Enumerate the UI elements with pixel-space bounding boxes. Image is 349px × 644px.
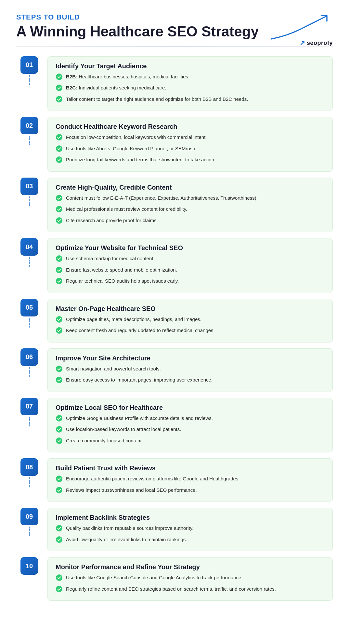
list-item: Regularly refine content and SEO strateg… [56,585,325,595]
step-bullets: B2B: Healthcare businesses, hospitals, m… [56,73,325,105]
list-item: Reviews impact trustworthiness and local… [56,487,325,496]
bullet-text: Reviews impact trustworthiness and local… [66,487,325,494]
list-item: Use tools like Google Search Console and… [56,574,325,584]
checkmark-icon [56,327,63,336]
list-item: Avoid low-quality or irrelevant links to… [56,536,325,545]
step-left: 09 [16,508,42,536]
list-item: Use tools like Ahrefs, Google Keyword Pl… [56,145,325,154]
checkmark-icon [56,437,63,447]
bullet-text: Optimize Google Business Profile with ac… [66,415,325,422]
list-item: Encourage authentic patient reviews on p… [56,475,325,485]
svg-point-11 [56,278,62,284]
checkmark-icon [56,217,63,226]
svg-point-23 [56,574,62,581]
step-bullets: Encourage authentic patient reviews on p… [56,475,325,496]
step-title: Master On-Page Healthcare SEO [56,305,325,313]
step-row: 09Implement Backlink Strategies Quality … [16,508,333,551]
list-item: Regular technical SEO audits help spot i… [56,277,325,287]
step-left: 07 [16,398,42,426]
checkmark-icon [56,376,63,386]
step-left: 05 [16,299,42,328]
page: STEPS TO BUILD A Winning Healthcare SEO … [0,0,349,644]
step-content: Implement Backlink Strategies Quality ba… [47,508,333,551]
checkmark-icon [56,145,63,154]
list-item: Ensure easy access to important pages, i… [56,376,325,386]
step-number: 07 [20,398,38,415]
svg-point-22 [56,536,62,543]
step-row: 01Identify Your Target Audience B2B: Hea… [16,56,333,111]
bullet-text: Encourage authentic patient reviews on p… [66,475,325,483]
bullet-text: Regularly refine content and SEO strateg… [66,585,325,593]
list-item: Ensure fast website speed and mobile opt… [56,266,325,276]
checkmark-icon [56,316,63,325]
step-number: 08 [20,458,38,476]
list-item: Create community-focused content. [56,437,325,447]
step-bullets: Content must follow E-E-A-T (Experience,… [56,195,325,226]
step-connector-line [29,75,30,85]
step-title: Conduct Healthcare Keyword Research [56,123,325,130]
step-bullets: Optimize Google Business Profile with ac… [56,415,325,447]
svg-point-1 [56,85,62,91]
svg-point-24 [56,586,62,592]
step-content: Monitor Performance and Refine Your Stra… [47,557,333,601]
list-item: Cite research and provide proof for clai… [56,217,325,226]
brand-area: ↗ seoprofy [268,13,333,47]
bullet-text: Keep content fresh and regularly updated… [66,327,325,334]
step-connector-line [29,417,30,426]
bullet-text: Prioritize long-tail keywords and terms … [66,156,325,164]
checkmark-icon [56,73,63,83]
svg-point-3 [56,134,62,141]
step-row: 08Build Patient Trust with Reviews Encou… [16,458,333,502]
list-item: Content must follow E-E-A-T (Experience,… [56,195,325,204]
svg-point-14 [56,366,62,372]
step-left: 10 [16,557,42,575]
list-item: Use schema markup for medical content. [56,255,325,264]
step-connector-line [29,318,30,328]
step-content: Create High-Quality, Credible Content Co… [47,178,333,233]
checkmark-icon [56,255,63,264]
list-item: Optimize page titles, meta descriptions,… [56,316,325,325]
step-title: Create High-Quality, Credible Content [56,184,325,191]
step-connector-line [29,367,30,377]
bullet-text: Quality backlinks from reputable sources… [66,525,325,532]
checkmark-icon [56,585,63,595]
checkmark-icon [56,365,63,375]
list-item: Smart navigation and powerful search too… [56,365,325,375]
checkmark-icon [56,96,63,105]
step-left: 08 [16,458,42,487]
step-bullets: Optimize page titles, meta descriptions,… [56,316,325,336]
step-number: 10 [20,557,38,575]
step-title: Optimize Local SEO for Healthcare [56,404,325,411]
step-number: 04 [20,238,38,256]
steps-container: 01Identify Your Target Audience B2B: Hea… [16,56,333,607]
list-item: Tailor content to target the right audie… [56,96,325,105]
bullet-text: Create community-focused content. [66,437,325,445]
step-left: 01 [16,56,42,85]
svg-point-16 [56,415,62,422]
svg-point-19 [56,476,62,482]
svg-point-9 [56,255,62,262]
header: STEPS TO BUILD A Winning Healthcare SEO … [16,13,333,47]
step-bullets: Use tools like Google Search Console and… [56,574,325,595]
svg-point-8 [56,217,62,224]
bullet-text: Cite research and provide proof for clai… [66,217,325,224]
step-connector-line [29,257,30,267]
step-content: Optimize Your Website for Technical SEO … [47,238,333,293]
bullet-text: Regular technical SEO audits help spot i… [66,277,325,285]
bullet-text: B2C: Individual patients seeking medical… [66,84,325,92]
checkmark-icon [56,156,63,166]
step-row: 10Monitor Performance and Refine Your St… [16,557,333,601]
step-content: Improve Your Site Architecture Smart nav… [47,348,333,392]
step-connector-line [29,196,30,206]
step-bullets: Smart navigation and powerful search too… [56,365,325,386]
step-left: 06 [16,348,42,377]
step-connector-line [29,477,30,487]
step-title: Improve Your Site Architecture [56,355,325,362]
svg-point-15 [56,377,62,383]
checkmark-icon [56,487,63,496]
step-connector-line [29,136,30,145]
checkmark-icon [56,134,63,143]
step-row: 05Master On-Page Healthcare SEO Optimize… [16,299,333,342]
svg-point-4 [56,145,62,152]
bullet-text: Ensure easy access to important pages, i… [66,376,325,384]
